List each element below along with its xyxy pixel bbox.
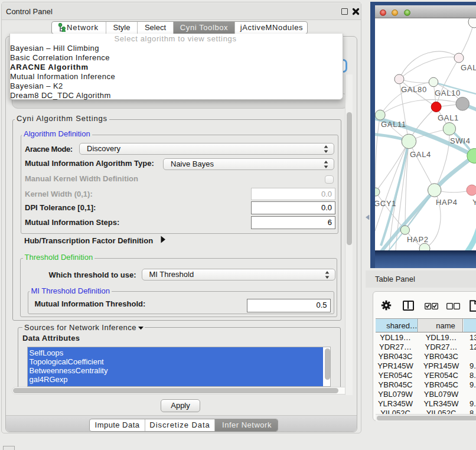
svg-text:GAL80: GAL80 xyxy=(401,85,427,94)
svg-text:SWI4: SWI4 xyxy=(450,136,471,145)
svg-text:GAL10: GAL10 xyxy=(435,89,461,97)
svg-text:HAP4: HAP4 xyxy=(436,198,458,207)
svg-text:GAL4: GAL4 xyxy=(410,150,431,159)
svg-text:Y: Y xyxy=(472,198,476,207)
svg-text:GAL1: GAL1 xyxy=(438,113,459,122)
svg-text:GCY1: GCY1 xyxy=(375,199,396,208)
svg-text:HAP2: HAP2 xyxy=(407,235,429,244)
svg-text:GAL: GAL xyxy=(461,63,476,72)
svg-text:GAL11: GAL11 xyxy=(381,120,406,129)
